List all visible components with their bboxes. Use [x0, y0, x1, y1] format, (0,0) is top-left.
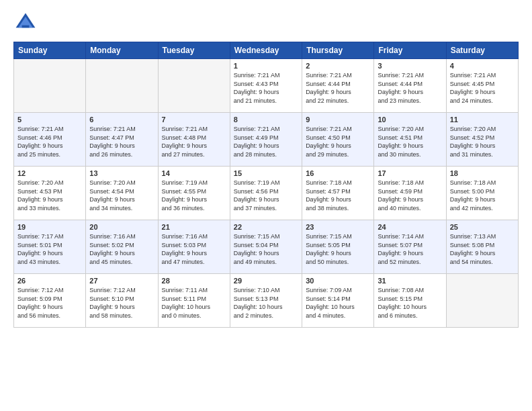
calendar-cell [86, 59, 158, 113]
weekday-header-saturday: Saturday [446, 42, 518, 59]
day-info: Sunrise: 7:12 AM Sunset: 5:10 PM Dayligh… [89, 286, 154, 320]
calendar-cell: 28Sunrise: 7:11 AM Sunset: 5:11 PM Dayli… [158, 274, 230, 328]
header [13, 11, 519, 35]
logo-icon [13, 11, 38, 35]
day-info: Sunrise: 7:16 AM Sunset: 5:02 PM Dayligh… [89, 232, 154, 266]
day-number: 15 [234, 169, 298, 177]
week-row-1: 1Sunrise: 7:21 AM Sunset: 4:43 PM Daylig… [14, 59, 519, 113]
day-info: Sunrise: 7:21 AM Sunset: 4:50 PM Dayligh… [306, 125, 370, 158]
calendar-cell: 3Sunrise: 7:21 AM Sunset: 4:44 PM Daylig… [374, 59, 446, 113]
day-info: Sunrise: 7:20 AM Sunset: 4:53 PM Dayligh… [17, 179, 82, 212]
calendar-cell [446, 274, 518, 328]
calendar-cell: 22Sunrise: 7:15 AM Sunset: 5:04 PM Dayli… [230, 220, 302, 274]
calendar-cell: 27Sunrise: 7:12 AM Sunset: 5:10 PM Dayli… [86, 274, 158, 328]
calendar-cell: 10Sunrise: 7:20 AM Sunset: 4:51 PM Dayli… [374, 113, 446, 167]
day-info: Sunrise: 7:14 AM Sunset: 5:07 PM Dayligh… [378, 232, 442, 266]
calendar-cell: 5Sunrise: 7:21 AM Sunset: 4:46 PM Daylig… [14, 113, 86, 167]
day-number: 10 [378, 116, 442, 124]
day-info: Sunrise: 7:20 AM Sunset: 4:54 PM Dayligh… [89, 179, 154, 212]
page: SundayMondayTuesdayWednesdayThursdayFrid… [0, 0, 532, 411]
day-info: Sunrise: 7:15 AM Sunset: 5:05 PM Dayligh… [306, 232, 370, 266]
day-number: 31 [378, 277, 442, 285]
calendar-cell: 19Sunrise: 7:17 AM Sunset: 5:01 PM Dayli… [14, 220, 86, 274]
calendar-cell [14, 59, 86, 113]
calendar-cell: 18Sunrise: 7:18 AM Sunset: 5:00 PM Dayli… [446, 167, 518, 220]
weekday-header-wednesday: Wednesday [230, 42, 302, 59]
day-number: 5 [17, 116, 82, 124]
calendar-cell: 12Sunrise: 7:20 AM Sunset: 4:53 PM Dayli… [14, 167, 86, 220]
day-number: 1 [234, 62, 298, 70]
day-info: Sunrise: 7:18 AM Sunset: 4:59 PM Dayligh… [378, 179, 442, 212]
calendar-cell: 25Sunrise: 7:13 AM Sunset: 5:08 PM Dayli… [446, 220, 518, 274]
calendar-cell: 17Sunrise: 7:18 AM Sunset: 4:59 PM Dayli… [374, 167, 446, 220]
calendar-cell: 15Sunrise: 7:19 AM Sunset: 4:56 PM Dayli… [230, 167, 302, 220]
day-number: 21 [162, 223, 226, 231]
calendar-cell: 4Sunrise: 7:21 AM Sunset: 4:45 PM Daylig… [446, 59, 518, 113]
day-info: Sunrise: 7:20 AM Sunset: 4:52 PM Dayligh… [450, 125, 515, 158]
day-info: Sunrise: 7:19 AM Sunset: 4:55 PM Dayligh… [162, 179, 226, 212]
day-info: Sunrise: 7:21 AM Sunset: 4:44 PM Dayligh… [306, 71, 370, 105]
day-info: Sunrise: 7:21 AM Sunset: 4:48 PM Dayligh… [162, 125, 226, 158]
day-number: 14 [162, 169, 226, 177]
calendar-cell: 24Sunrise: 7:14 AM Sunset: 5:07 PM Dayli… [374, 220, 446, 274]
day-number: 16 [306, 169, 370, 177]
calendar-table: SundayMondayTuesdayWednesdayThursdayFrid… [13, 42, 519, 328]
week-row-3: 12Sunrise: 7:20 AM Sunset: 4:53 PM Dayli… [14, 167, 519, 220]
day-info: Sunrise: 7:21 AM Sunset: 4:46 PM Dayligh… [17, 125, 82, 158]
calendar-cell [158, 59, 230, 113]
day-number: 18 [450, 169, 515, 177]
day-number: 19 [17, 223, 82, 231]
week-row-5: 26Sunrise: 7:12 AM Sunset: 5:09 PM Dayli… [14, 274, 519, 328]
day-info: Sunrise: 7:09 AM Sunset: 5:14 PM Dayligh… [306, 286, 370, 320]
calendar-cell: 11Sunrise: 7:20 AM Sunset: 4:52 PM Dayli… [446, 113, 518, 167]
day-info: Sunrise: 7:21 AM Sunset: 4:45 PM Dayligh… [450, 71, 515, 105]
day-number: 22 [234, 223, 298, 231]
day-number: 28 [162, 277, 226, 285]
calendar-cell: 21Sunrise: 7:16 AM Sunset: 5:03 PM Dayli… [158, 220, 230, 274]
day-info: Sunrise: 7:19 AM Sunset: 4:56 PM Dayligh… [234, 179, 298, 212]
weekday-header-row: SundayMondayTuesdayWednesdayThursdayFrid… [14, 42, 519, 59]
calendar-cell: 7Sunrise: 7:21 AM Sunset: 4:48 PM Daylig… [158, 113, 230, 167]
day-number: 24 [378, 223, 442, 231]
day-number: 29 [234, 277, 298, 285]
logo [13, 11, 40, 35]
calendar-cell: 31Sunrise: 7:08 AM Sunset: 5:15 PM Dayli… [374, 274, 446, 328]
calendar-cell: 1Sunrise: 7:21 AM Sunset: 4:43 PM Daylig… [230, 59, 302, 113]
calendar-cell: 29Sunrise: 7:10 AM Sunset: 5:13 PM Dayli… [230, 274, 302, 328]
day-number: 3 [378, 62, 442, 70]
day-info: Sunrise: 7:20 AM Sunset: 4:51 PM Dayligh… [378, 125, 442, 158]
day-info: Sunrise: 7:15 AM Sunset: 5:04 PM Dayligh… [234, 232, 298, 266]
day-number: 26 [17, 277, 82, 285]
day-info: Sunrise: 7:08 AM Sunset: 5:15 PM Dayligh… [378, 286, 442, 320]
day-number: 4 [450, 62, 515, 70]
calendar-cell: 16Sunrise: 7:18 AM Sunset: 4:57 PM Dayli… [302, 167, 374, 220]
day-info: Sunrise: 7:16 AM Sunset: 5:03 PM Dayligh… [162, 232, 226, 266]
day-info: Sunrise: 7:21 AM Sunset: 4:49 PM Dayligh… [234, 125, 298, 158]
day-info: Sunrise: 7:18 AM Sunset: 5:00 PM Dayligh… [450, 179, 515, 212]
day-number: 30 [306, 277, 370, 285]
day-number: 9 [306, 116, 370, 124]
calendar-cell: 14Sunrise: 7:19 AM Sunset: 4:55 PM Dayli… [158, 167, 230, 220]
weekday-header-tuesday: Tuesday [158, 42, 230, 59]
day-number: 27 [89, 277, 154, 285]
day-number: 11 [450, 116, 515, 124]
day-info: Sunrise: 7:11 AM Sunset: 5:11 PM Dayligh… [162, 286, 226, 320]
day-info: Sunrise: 7:12 AM Sunset: 5:09 PM Dayligh… [17, 286, 82, 320]
day-number: 6 [89, 116, 154, 124]
day-number: 20 [89, 223, 154, 231]
calendar-cell: 26Sunrise: 7:12 AM Sunset: 5:09 PM Dayli… [14, 274, 86, 328]
day-info: Sunrise: 7:18 AM Sunset: 4:57 PM Dayligh… [306, 179, 370, 212]
day-info: Sunrise: 7:17 AM Sunset: 5:01 PM Dayligh… [17, 232, 82, 266]
calendar-cell: 23Sunrise: 7:15 AM Sunset: 5:05 PM Dayli… [302, 220, 374, 274]
week-row-2: 5Sunrise: 7:21 AM Sunset: 4:46 PM Daylig… [14, 113, 519, 167]
day-number: 7 [162, 116, 226, 124]
day-number: 2 [306, 62, 370, 70]
calendar-cell: 13Sunrise: 7:20 AM Sunset: 4:54 PM Dayli… [86, 167, 158, 220]
calendar-cell: 8Sunrise: 7:21 AM Sunset: 4:49 PM Daylig… [230, 113, 302, 167]
day-number: 25 [450, 223, 515, 231]
calendar-cell: 9Sunrise: 7:21 AM Sunset: 4:50 PM Daylig… [302, 113, 374, 167]
weekday-header-monday: Monday [86, 42, 158, 59]
svg-rect-2 [22, 26, 30, 28]
week-row-4: 19Sunrise: 7:17 AM Sunset: 5:01 PM Dayli… [14, 220, 519, 274]
calendar-cell: 2Sunrise: 7:21 AM Sunset: 4:44 PM Daylig… [302, 59, 374, 113]
